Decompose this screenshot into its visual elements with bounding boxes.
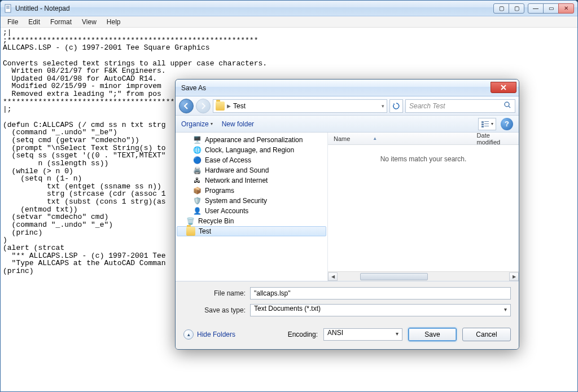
svg-rect-9 [484, 124, 489, 124]
tree-item[interactable]: 🔵Ease of Access [176, 155, 327, 165]
svg-rect-6 [481, 121, 484, 123]
column-headers: Name ▲ Date modified [328, 133, 519, 145]
aux-button-group: ▢ ▢ [493, 3, 524, 14]
dialog-close-button[interactable] [491, 82, 516, 93]
savetype-combo[interactable]: Text Documents (*.txt) [250, 304, 511, 316]
menu-view[interactable]: View [77, 17, 101, 27]
sort-indicator-icon: ▲ [373, 136, 377, 141]
maximize-button[interactable]: ▭ [543, 3, 559, 14]
svg-point-4 [505, 102, 509, 107]
menu-format[interactable]: Format [46, 17, 76, 27]
tree-item[interactable]: 👤User Accounts [176, 206, 327, 216]
savetype-label: Save as type: [183, 306, 250, 314]
network-icon: 🖧 [192, 176, 202, 185]
save-as-dialog: Save As ▶ Test ▾ Search Test Orga [175, 79, 519, 350]
chevron-down-icon[interactable]: ▾ [382, 103, 384, 109]
tree-item[interactable]: 🛡️System and Security [176, 196, 327, 206]
recycle-bin-icon: 🗑️ [186, 217, 195, 226]
svg-rect-10 [481, 126, 484, 127]
dialog-bottom-row: ▴ Hide Folders Encoding: ANSI Save Cance… [176, 323, 519, 349]
dialog-fields: File name: Save as type: Text Documents … [176, 281, 519, 323]
dialog-toolbar: Organize ▾ New folder ▾ ? [176, 116, 519, 133]
user-icon: 👤 [192, 206, 202, 215]
new-folder-button[interactable]: New folder [222, 120, 254, 128]
folder-icon [216, 102, 225, 111]
dialog-titlebar[interactable]: Save As [176, 80, 519, 96]
accessibility-icon: 🔵 [192, 156, 202, 165]
chevron-right-icon[interactable]: ▶ [227, 103, 231, 109]
cancel-button[interactable]: Cancel [462, 328, 511, 341]
encoding-label: Encoding: [288, 331, 318, 338]
shield-icon: 🛡️ [192, 196, 202, 205]
globe-icon: 🌐 [192, 146, 202, 155]
svg-line-5 [509, 106, 510, 108]
help-button[interactable]: ? [501, 118, 513, 130]
menu-edit[interactable]: Edit [24, 17, 45, 27]
menubar: File Edit Format View Help [1, 16, 577, 28]
svg-rect-7 [484, 121, 489, 122]
encoding-combo[interactable]: ANSI [323, 328, 402, 341]
notepad-title: Untitled - Notepad [15, 5, 490, 12]
scroll-thumb[interactable] [360, 273, 428, 280]
search-placeholder: Search Test [409, 102, 445, 110]
dialog-navbar: ▶ Test ▾ Search Test [176, 96, 519, 116]
file-list-pane: Name ▲ Date modified No items match your… [328, 133, 519, 281]
monitor-icon: 🖥️ [192, 135, 202, 144]
content-area: 🖥️Appearance and Personalization 🌐Clock,… [176, 133, 519, 281]
refresh-button[interactable] [389, 99, 403, 113]
tree-item[interactable]: 🖨️Hardware and Sound [176, 165, 327, 175]
filename-label: File name: [183, 289, 250, 297]
menu-help[interactable]: Help [102, 17, 125, 27]
collapse-icon: ▴ [183, 329, 194, 340]
folder-icon [186, 227, 195, 236]
filename-input[interactable] [250, 287, 511, 299]
breadcrumb-location[interactable]: Test [233, 102, 246, 110]
notepad-titlebar[interactable]: Untitled - Notepad ▢ ▢ — ▭ ✕ [1, 1, 577, 16]
view-options-button[interactable]: ▾ [478, 118, 496, 130]
chevron-down-icon: ▾ [491, 121, 493, 126]
tree-item-test[interactable]: Test [177, 226, 326, 236]
search-input[interactable]: Search Test [405, 99, 515, 113]
column-header-date[interactable]: Date modified [471, 133, 519, 146]
aux-button-2[interactable]: ▢ [509, 3, 524, 14]
aux-button-1[interactable]: ▢ [493, 3, 509, 14]
minimize-button[interactable]: — [528, 3, 544, 14]
svg-rect-8 [481, 124, 484, 125]
back-button[interactable] [179, 99, 194, 113]
programs-icon: 📦 [192, 186, 202, 195]
notepad-icon [4, 4, 13, 13]
scroll-track[interactable] [338, 272, 509, 281]
scroll-right-button[interactable]: ▶ [509, 272, 519, 281]
printer-icon: 🖨️ [192, 166, 202, 175]
dialog-title: Save As [181, 84, 491, 92]
tree-item[interactable]: 📦Programs [176, 186, 327, 196]
hide-folders-button[interactable]: ▴ Hide Folders [183, 329, 235, 340]
search-icon [503, 101, 511, 111]
organize-button[interactable]: Organize ▾ [181, 120, 213, 128]
svg-rect-11 [484, 126, 489, 126]
nav-tree[interactable]: 🖥️Appearance and Personalization 🌐Clock,… [176, 133, 328, 281]
save-button[interactable]: Save [408, 328, 457, 341]
scroll-left-button[interactable]: ◀ [328, 272, 338, 281]
breadcrumb[interactable]: ▶ Test ▾ [213, 99, 387, 113]
tree-item[interactable]: 🖧Network and Internet [176, 175, 327, 186]
window-controls: — ▭ ✕ [528, 3, 574, 14]
horizontal-scrollbar[interactable]: ◀ ▶ [328, 271, 519, 281]
forward-button[interactable] [196, 99, 211, 113]
close-button[interactable]: ✕ [558, 3, 574, 14]
chevron-down-icon: ▾ [211, 121, 213, 126]
empty-message: No items match your search. [328, 145, 519, 271]
column-header-name[interactable]: Name ▲ [328, 135, 471, 142]
tree-item[interactable]: 🖥️Appearance and Personalization [176, 135, 327, 145]
menu-file[interactable]: File [3, 17, 23, 27]
tree-item-recycle-bin[interactable]: 🗑️Recycle Bin [176, 216, 327, 226]
tree-item[interactable]: 🌐Clock, Language, and Region [176, 145, 327, 155]
